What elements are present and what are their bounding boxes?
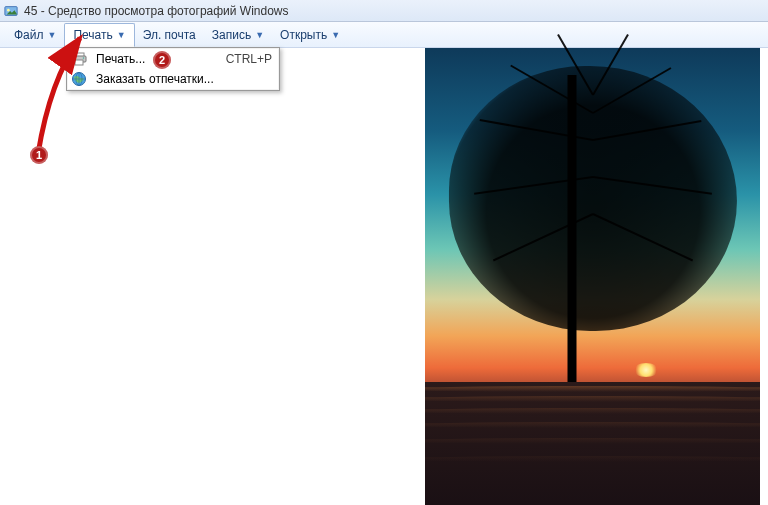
titlebar: 45 - Средство просмотра фотографий Windo… (0, 0, 768, 22)
annotation-badge-1-label: 1 (36, 149, 42, 161)
dropdown-order-label: Заказать отпечатки... (96, 72, 272, 86)
svg-point-5 (83, 57, 85, 59)
print-dropdown: Печать... CTRL+P Заказать отпечатки... (66, 47, 280, 91)
printer-icon (70, 50, 88, 68)
menu-file-label: Файл (14, 28, 44, 42)
window-title: 45 - Средство просмотра фотографий Windo… (24, 4, 289, 18)
chevron-down-icon: ▼ (117, 30, 126, 40)
photo (425, 48, 760, 505)
app-icon (4, 4, 18, 18)
annotation-badge-2-label: 2 (159, 54, 165, 66)
menu-burn[interactable]: Запись ▼ (204, 22, 272, 47)
chevron-down-icon: ▼ (48, 30, 57, 40)
menu-open-label: Открыть (280, 28, 327, 42)
dropdown-item-print[interactable]: Печать... CTRL+P (68, 49, 278, 69)
annotation-badge-1: 1 (30, 146, 48, 164)
svg-rect-4 (75, 60, 83, 65)
menu-print[interactable]: Печать ▼ (64, 23, 134, 47)
annotation-badge-2: 2 (153, 51, 171, 69)
svg-point-1 (7, 8, 10, 11)
dropdown-print-shortcut: CTRL+P (226, 52, 272, 66)
menu-print-label: Печать (73, 28, 112, 42)
menu-email-label: Эл. почта (143, 28, 196, 42)
menu-email[interactable]: Эл. почта (135, 22, 204, 47)
dropdown-item-order-prints[interactable]: Заказать отпечатки... (68, 69, 278, 89)
viewer-area (0, 48, 768, 505)
menu-file[interactable]: Файл ▼ (6, 22, 64, 47)
toolbar: Файл ▼ Печать ▼ Эл. почта Запись ▼ Откры… (0, 22, 768, 48)
globe-icon (70, 70, 88, 88)
menu-open[interactable]: Открыть ▼ (272, 22, 348, 47)
chevron-down-icon: ▼ (255, 30, 264, 40)
chevron-down-icon: ▼ (331, 30, 340, 40)
menu-burn-label: Запись (212, 28, 251, 42)
